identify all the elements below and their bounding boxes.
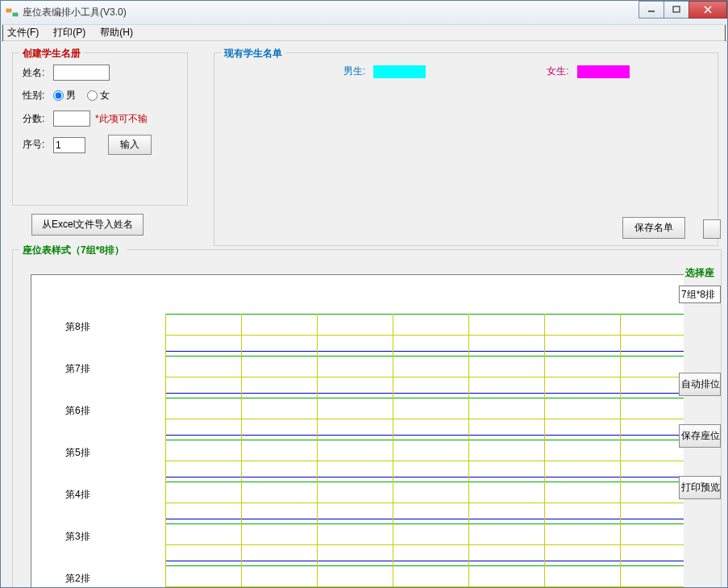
hline <box>165 314 684 315</box>
name-label: 姓名: <box>23 66 53 80</box>
female-swatch <box>577 65 630 78</box>
hline <box>165 440 684 440</box>
hline <box>165 586 684 587</box>
row-label-5: 第5排 <box>65 446 90 460</box>
close-button[interactable] <box>688 1 727 19</box>
female-label: 女 <box>100 89 110 102</box>
male-swatch <box>373 65 426 78</box>
row-gender: 性别: 男 女 <box>23 89 179 102</box>
seat-style-group: 座位表样式（7组*8排） 第8排 第7排 第6排 第5排 第4排 第3排 第2排… <box>12 249 722 587</box>
window-controls <box>639 1 727 19</box>
print-preview-button[interactable]: 打印预览 <box>679 476 721 499</box>
hline <box>165 419 684 419</box>
row-label-8: 第8排 <box>65 320 90 334</box>
male-label: 男 <box>66 89 76 102</box>
select-seat-title: 选择座 <box>685 266 714 280</box>
vline <box>544 314 545 587</box>
name-input[interactable] <box>53 65 110 81</box>
legend-row: 男生: 女生: <box>214 65 718 78</box>
save-list-button[interactable]: 保存名单 <box>622 217 685 239</box>
vline <box>393 314 393 587</box>
gender-male-radio[interactable]: 男 <box>53 89 76 102</box>
menubar: 文件(F) 打印(P) 帮助(H) <box>1 25 727 41</box>
male-legend-label: 男生: <box>343 65 365 78</box>
menu-file[interactable]: 文件(F) <box>4 24 42 41</box>
vline <box>165 314 166 587</box>
create-roster-body: 姓名: 性别: 男 女 分数: *此 <box>13 53 187 168</box>
window-title: 座位表编排小工具(V3.0) <box>23 6 127 19</box>
hline <box>165 565 684 566</box>
row-label-6: 第6排 <box>65 404 90 418</box>
row-label-4: 第4排 <box>65 488 90 502</box>
row-seq: 序号: 输入 <box>23 135 179 155</box>
score-label: 分数: <box>23 112 53 126</box>
existing-list-group: 现有学生名单 男生: 女生: 保存名单 <box>214 52 718 246</box>
hline <box>165 377 684 377</box>
create-roster-title: 创建学生名册 <box>19 47 84 60</box>
seq-label: 序号: <box>23 138 53 152</box>
hline <box>165 461 684 461</box>
row-name: 姓名: <box>23 65 179 81</box>
seat-layout-select[interactable]: 7组*8排 <box>679 286 721 303</box>
hline <box>165 482 684 482</box>
input-button[interactable]: 输入 <box>108 135 152 155</box>
hline <box>165 477 684 477</box>
svg-rect-0 <box>6 9 11 12</box>
hline <box>165 356 684 357</box>
client-area: 创建学生名册 姓名: 性别: 男 女 <box>1 41 727 587</box>
vline <box>241 314 242 587</box>
menu-help[interactable]: 帮助(H) <box>97 24 136 41</box>
row-label-3: 第3排 <box>65 530 90 544</box>
app-icon <box>6 6 19 19</box>
minimize-button[interactable] <box>639 1 664 19</box>
hline <box>165 351 684 352</box>
seat-layout-value: 7组*8排 <box>681 289 715 300</box>
row-score: 分数: *此项可不输 <box>23 111 179 127</box>
female-legend-label: 女生: <box>547 65 568 78</box>
svg-rect-3 <box>673 6 680 12</box>
score-hint: *此项可不输 <box>95 112 148 126</box>
score-input[interactable] <box>53 111 90 127</box>
extra-button-cut[interactable] <box>703 219 721 239</box>
svg-rect-1 <box>13 13 18 16</box>
titlebar: 座位表编排小工具(V3.0) <box>1 1 727 25</box>
hline <box>165 398 684 398</box>
existing-list-title: 现有学生名单 <box>221 47 285 60</box>
female-radio-input[interactable] <box>87 90 98 101</box>
male-radio-input[interactable] <box>53 90 64 101</box>
gender-female-radio[interactable]: 女 <box>87 89 110 102</box>
save-seat-button[interactable]: 保存座位表 <box>679 424 721 448</box>
vline <box>620 314 621 587</box>
hline <box>165 503 684 503</box>
hline <box>165 519 684 519</box>
menu-print[interactable]: 打印(P) <box>50 24 89 41</box>
hline <box>165 544 684 545</box>
seq-input[interactable] <box>53 137 85 153</box>
hline <box>165 435 684 436</box>
hline <box>165 335 684 336</box>
auto-arrange-button[interactable]: 自动排位 <box>679 373 721 396</box>
row-label-7: 第7排 <box>65 362 90 376</box>
gender-label: 性别: <box>23 89 53 102</box>
import-excel-button[interactable]: 从Excel文件导入姓名 <box>31 214 144 236</box>
seat-grid: 第8排 第7排 第6排 第5排 第4排 第3排 第2排 第1排 <box>31 274 684 587</box>
app-window: 座位表编排小工具(V3.0) 文件(F) 打印(P) 帮助(H) 创建学生名册 … <box>0 0 728 588</box>
hline <box>165 393 684 394</box>
create-roster-group: 创建学生名册 姓名: 性别: 男 女 <box>12 52 188 206</box>
row-label-2: 第2排 <box>65 572 90 586</box>
hline <box>165 523 684 524</box>
hline <box>165 561 684 561</box>
vline <box>317 314 318 587</box>
vline <box>468 314 469 587</box>
maximize-button[interactable] <box>664 1 689 19</box>
seat-style-title: 座位表样式（7组*8排） <box>19 244 127 257</box>
